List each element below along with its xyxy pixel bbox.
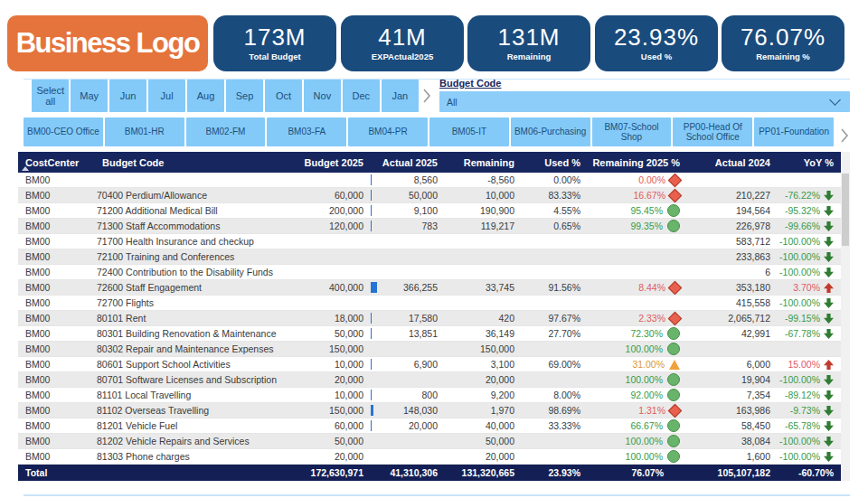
column-header-actual-2024[interactable]: Actual 2024 bbox=[687, 152, 778, 173]
table-scrollbar[interactable] bbox=[841, 152, 850, 481]
table-row[interactable]: BM0081201 Vehicle Fuel60,00020,00040,000… bbox=[18, 418, 841, 434]
month-button-select-all[interactable]: Select all bbox=[32, 80, 69, 112]
budget-code-dropdown[interactable]: All bbox=[439, 91, 850, 112]
cell-actual-2025: 50,000 bbox=[371, 188, 445, 202]
cost-center-button-pp00-head-of-school-office[interactable]: PP00-Head Of School Office bbox=[673, 117, 752, 146]
cell-yoy-pct: -76.22% bbox=[778, 188, 841, 202]
kpi-value: 23.93% bbox=[614, 25, 699, 50]
total-remaining: 131,320,665 bbox=[445, 465, 522, 481]
kpi-label: Used % bbox=[641, 52, 672, 61]
column-header-remaining[interactable]: Remaining bbox=[445, 152, 522, 173]
kpi-card-remaining: 131MRemaining bbox=[467, 15, 590, 71]
table-row[interactable]: BM0071300 Staff Accommodations120,000783… bbox=[18, 219, 841, 234]
cell-actual-2025 bbox=[371, 249, 445, 264]
cell-budget-code: 81201 Vehicle Fuel bbox=[95, 418, 303, 433]
table-row[interactable]: BM0080701 Software Licenses and Subscrip… bbox=[18, 372, 841, 388]
cost-center-button-bm00-ceo-office[interactable]: BM00-CEO Office bbox=[24, 117, 103, 146]
cell-remaining-2025-pct: 8.44% bbox=[588, 280, 687, 295]
ok-circle-icon bbox=[667, 220, 680, 232]
cell-costcenter: BM00 bbox=[18, 296, 95, 310]
cell-used-pct bbox=[522, 342, 588, 356]
cost-center-button-bm05-it[interactable]: BM05-IT bbox=[429, 117, 509, 146]
table-row[interactable]: BM0081101 Local Travelling10,0008009,200… bbox=[18, 388, 841, 403]
table-scrollbar-thumb[interactable] bbox=[842, 174, 849, 246]
cell-budget-code: 81202 Vehicle Repairs and Services bbox=[95, 434, 303, 448]
total-yoy-pct: -60.70% bbox=[778, 465, 841, 481]
table-row[interactable]: BM0081303 Phone charges20,00020,000100.0… bbox=[18, 449, 841, 465]
month-button-jun[interactable]: Jun bbox=[109, 80, 146, 112]
cost-center-button-bm03-fa[interactable]: BM03-FA bbox=[267, 117, 346, 146]
cell-costcenter: BM00 bbox=[18, 403, 95, 418]
month-button-aug[interactable]: Aug bbox=[187, 80, 224, 112]
month-button-may[interactable]: May bbox=[71, 80, 108, 112]
cell-budget-2025: 400,000 bbox=[303, 280, 371, 295]
cell-remaining: 119,217 bbox=[445, 219, 522, 233]
table-row[interactable]: BM0072600 Staff Engagement400,000366,255… bbox=[18, 280, 841, 296]
column-header-yoy-[interactable]: YoY % bbox=[778, 152, 841, 173]
data-bar bbox=[371, 221, 372, 231]
month-button-nov[interactable]: Nov bbox=[304, 80, 341, 112]
table-row[interactable]: BM0072700 Flights415,558-100.00% bbox=[18, 296, 841, 311]
cell-used-pct: 8.00% bbox=[522, 388, 588, 402]
month-button-jul[interactable]: Jul bbox=[148, 80, 185, 112]
cell-yoy-pct: -95.32% bbox=[778, 203, 841, 218]
cell-yoy-pct: -9.73% bbox=[778, 403, 841, 418]
table-header-row: CostCenterBudget CodeBudget 2025Actual 2… bbox=[18, 152, 841, 173]
month-button-jan[interactable]: Jan bbox=[382, 80, 419, 112]
month-slicer-next-button[interactable] bbox=[420, 84, 434, 108]
month-button-oct[interactable]: Oct bbox=[265, 80, 302, 112]
cell-actual-2025: 13,851 bbox=[371, 326, 445, 341]
column-header-actual-2025[interactable]: Actual 2025 bbox=[371, 152, 445, 173]
cell-costcenter: BM00 bbox=[18, 219, 95, 233]
trend-down-icon bbox=[824, 406, 834, 416]
table-row[interactable]: BM0072100 Training and Conferences233,86… bbox=[18, 249, 841, 265]
cell-remaining-2025-pct: 100.00% bbox=[588, 434, 687, 448]
cost-center-button-bm02-fm[interactable]: BM02-FM bbox=[186, 117, 266, 146]
cell-yoy-pct bbox=[778, 342, 841, 356]
cell-remaining-2025-pct: 2.33% bbox=[588, 311, 687, 325]
cell-actual-2025: 20,000 bbox=[371, 418, 445, 433]
table-row[interactable]: BM0080302 Repair and Maintenance Expense… bbox=[18, 342, 841, 357]
cell-remaining-2025-pct: 100.00% bbox=[588, 342, 687, 356]
cost-center-button-pp01-foundation[interactable]: PP01-Foundation bbox=[754, 117, 834, 146]
column-header-costcenter[interactable]: CostCenter bbox=[18, 152, 95, 173]
cost-center-slicer-next-button[interactable] bbox=[837, 124, 852, 147]
table-row[interactable]: BM0081202 Vehicle Repairs and Services50… bbox=[18, 434, 841, 449]
table-row[interactable]: BM0071200 Additional Medical Bill200,000… bbox=[18, 203, 841, 219]
table-row[interactable]: BM008,560-8,5600.00%0.00% bbox=[18, 173, 841, 188]
table-row[interactable]: BM0070400 Perdium/Allowance60,00050,0001… bbox=[18, 188, 841, 203]
column-header-budget-code[interactable]: Budget Code bbox=[95, 152, 303, 173]
column-header-used-[interactable]: Used % bbox=[522, 152, 588, 173]
cell-actual-2024: 233,863 bbox=[687, 249, 778, 264]
column-header-budget-2025[interactable]: Budget 2025 bbox=[303, 152, 371, 173]
table-row[interactable]: BM0072400 Contribution to the Disability… bbox=[18, 265, 841, 280]
alert-diamond-icon bbox=[668, 311, 683, 325]
cost-center-button-bm01-hr[interactable]: BM01-HR bbox=[105, 117, 184, 146]
cost-center-button-bm06-purchasing[interactable]: BM06-Purchasing bbox=[511, 117, 590, 146]
trend-down-icon bbox=[824, 437, 834, 446]
cell-remaining: 10,000 bbox=[445, 188, 522, 202]
month-button-sep[interactable]: Sep bbox=[226, 80, 263, 112]
table-row[interactable]: BM0080101 Rent18,00017,58042097.67%2.33%… bbox=[18, 311, 841, 326]
table-row[interactable]: BM0080601 Support School Activities10,00… bbox=[18, 357, 841, 372]
cost-center-button-bm04-pr[interactable]: BM04-PR bbox=[348, 117, 428, 146]
total-actual-2025: 41,310,306 bbox=[371, 465, 445, 481]
table-row[interactable]: BM0081102 Overseas Travelling150,000148,… bbox=[18, 403, 841, 418]
cell-remaining: 20,000 bbox=[445, 372, 522, 387]
table-body: BM008,560-8,5600.00%0.00%BM0070400 Perdi… bbox=[18, 173, 841, 465]
cell-remaining bbox=[445, 249, 522, 264]
cell-actual-2025 bbox=[371, 234, 445, 249]
cost-center-button-bm07-school-shop[interactable]: BM07-School Shop bbox=[592, 117, 672, 146]
cell-costcenter: BM00 bbox=[18, 234, 95, 249]
trend-down-icon bbox=[824, 221, 834, 231]
cell-yoy-pct: -100.00% bbox=[778, 372, 841, 387]
month-button-dec[interactable]: Dec bbox=[343, 80, 380, 112]
cell-remaining: 20,000 bbox=[445, 449, 522, 464]
cell-remaining: 36,149 bbox=[445, 326, 522, 341]
kpi-card-total-budget: 173MTotal Budget bbox=[213, 15, 336, 71]
cell-actual-2025: 783 bbox=[371, 219, 445, 233]
column-header-remaining-2025-[interactable]: Remaining 2025 % bbox=[588, 152, 687, 173]
table-row[interactable]: BM0080301 Building Renovation & Maintena… bbox=[18, 326, 841, 342]
cell-budget-2025: 18,000 bbox=[303, 311, 371, 325]
table-row[interactable]: BM0071700 Health Insurance and checkup58… bbox=[18, 234, 841, 249]
